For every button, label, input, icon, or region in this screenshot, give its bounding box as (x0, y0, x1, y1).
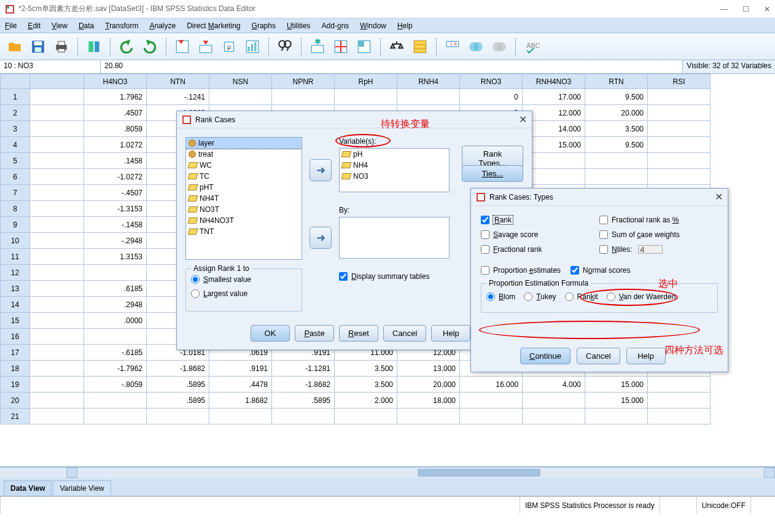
data-cell[interactable] (648, 393, 711, 409)
move-to-variables-button[interactable]: ➜ (310, 159, 332, 181)
select-cases-icon[interactable] (410, 37, 430, 57)
recall-dialog-icon[interactable] (84, 37, 104, 57)
data-cell[interactable] (648, 121, 711, 137)
row-header[interactable]: 16 (1, 329, 30, 345)
help-button[interactable]: Help (431, 325, 470, 342)
goto-variable-icon[interactable] (196, 37, 216, 57)
row-header[interactable]: 18 (1, 361, 30, 377)
variable-item[interactable]: NO3 (340, 171, 449, 182)
data-cell[interactable]: -.2948 (84, 233, 147, 249)
data-cell[interactable] (648, 89, 711, 105)
column-header[interactable]: NPNR (272, 74, 335, 89)
data-cell[interactable] (460, 409, 523, 424)
column-header[interactable]: NTN (147, 74, 209, 89)
data-cell[interactable] (648, 105, 711, 121)
source-item[interactable]: TC (186, 171, 302, 182)
data-cell[interactable]: 0 (460, 89, 523, 105)
data-cell[interactable] (648, 153, 711, 169)
menu-help[interactable]: Help (397, 22, 413, 30)
cell-value-box[interactable]: 20.80 (101, 60, 682, 73)
cancel-button[interactable]: Cancel (383, 325, 426, 342)
column-header[interactable]: NSN (209, 74, 272, 89)
smallest-value-radio[interactable]: Smallest value (191, 275, 251, 284)
rankit-radio[interactable]: Rankit (565, 292, 598, 301)
use-sets-icon[interactable] (466, 37, 486, 57)
data-cell[interactable] (585, 409, 648, 424)
row-header[interactable]: 12 (1, 265, 30, 281)
data-cell[interactable]: 13.000 (397, 361, 460, 377)
split-file-icon[interactable] (354, 37, 374, 57)
reset-button[interactable]: Reset (339, 325, 378, 342)
row-header[interactable]: 17 (1, 345, 30, 361)
data-cell[interactable]: .0000 (84, 313, 147, 329)
close-button[interactable]: ✕ (764, 5, 770, 14)
minimize-button[interactable]: — (720, 5, 728, 14)
menu-transform[interactable]: Transform (105, 22, 138, 30)
insert-cases-icon[interactable]: ✱ (308, 37, 327, 57)
row-header[interactable]: 1 (1, 89, 30, 105)
display-summary-checkbox[interactable]: Display summary tables (339, 272, 429, 281)
row-header[interactable]: 19 (1, 377, 30, 393)
row-header[interactable]: 7 (1, 185, 30, 201)
data-cell[interactable] (397, 89, 460, 105)
source-item[interactable]: TNT (186, 226, 302, 237)
data-cell[interactable]: 4.000 (523, 377, 585, 393)
normal-scores-checkbox[interactable]: Normal scores (571, 266, 630, 275)
sum-case-checkbox[interactable]: Sum of case weights (599, 230, 718, 239)
data-cell[interactable] (523, 393, 585, 409)
data-cell[interactable]: 20.000 (397, 377, 460, 393)
variables-list[interactable]: pHNH4NO3 (339, 148, 450, 192)
cancel-button[interactable]: Cancel (577, 348, 620, 364)
data-cell[interactable]: 16.000 (460, 377, 523, 393)
menu-data[interactable]: Data (79, 22, 94, 30)
spellcheck-icon[interactable]: ABC (522, 37, 542, 57)
cell-name-box[interactable]: 10 : NO3 (0, 60, 101, 73)
menu-edit[interactable]: Edit (28, 22, 41, 30)
weight-cases-icon[interactable] (387, 37, 407, 57)
data-cell[interactable] (585, 169, 648, 185)
help-button[interactable]: Help (626, 348, 666, 364)
data-cell[interactable] (272, 89, 335, 105)
save-icon[interactable] (28, 37, 48, 57)
paste-button[interactable]: Paste (295, 325, 334, 342)
scroll-right-arrow[interactable] (764, 467, 775, 478)
data-cell[interactable]: 1.7962 (84, 89, 147, 105)
run-descriptives-icon[interactable] (243, 37, 262, 57)
row-header[interactable]: 14 (1, 297, 30, 313)
rank-checkbox[interactable]: Rank (481, 216, 599, 224)
column-header[interactable]: RSI (648, 74, 711, 89)
data-cell[interactable]: -.4507 (84, 185, 147, 201)
data-cell[interactable] (84, 265, 147, 281)
largest-value-radio[interactable]: Largest value (191, 289, 247, 298)
data-cell[interactable]: -.1458 (84, 217, 147, 233)
variable-item[interactable]: NH4 (340, 160, 449, 171)
data-cell[interactable]: -1.1281 (272, 361, 335, 377)
data-cell[interactable] (272, 409, 335, 424)
menu-analyze[interactable]: Analyze (149, 22, 176, 30)
source-item[interactable]: NH4T (186, 193, 302, 204)
row-header[interactable]: 11 (1, 249, 30, 265)
move-to-by-button[interactable]: ➜ (310, 227, 332, 249)
data-cell[interactable] (585, 153, 648, 169)
open-icon[interactable] (5, 37, 25, 57)
find-icon[interactable] (275, 37, 295, 57)
source-item[interactable]: pHT (186, 182, 302, 193)
data-cell[interactable] (397, 409, 460, 424)
horizontal-scrollbar[interactable] (0, 467, 775, 478)
data-cell[interactable]: .5895 (147, 393, 209, 409)
row-header[interactable]: 10 (1, 233, 30, 249)
dialog-close-icon[interactable]: ✕ (715, 191, 723, 203)
tukey-radio[interactable]: Tukey (524, 292, 556, 301)
variables-icon[interactable]: μ (219, 37, 239, 57)
row-header[interactable]: 3 (1, 121, 30, 137)
data-cell[interactable]: 2.000 (335, 393, 397, 409)
column-header[interactable]: RpH (335, 74, 397, 89)
menu-graphs[interactable]: Graphs (252, 22, 276, 30)
data-cell[interactable]: -.6185 (84, 345, 147, 361)
data-cell[interactable] (460, 393, 523, 409)
data-cell[interactable]: 9.500 (585, 137, 648, 153)
data-cell[interactable]: 15.000 (585, 377, 648, 393)
redo-icon[interactable] (140, 37, 160, 57)
insert-variable-icon[interactable] (331, 37, 351, 57)
dialog-close-icon[interactable]: ✕ (519, 114, 527, 125)
